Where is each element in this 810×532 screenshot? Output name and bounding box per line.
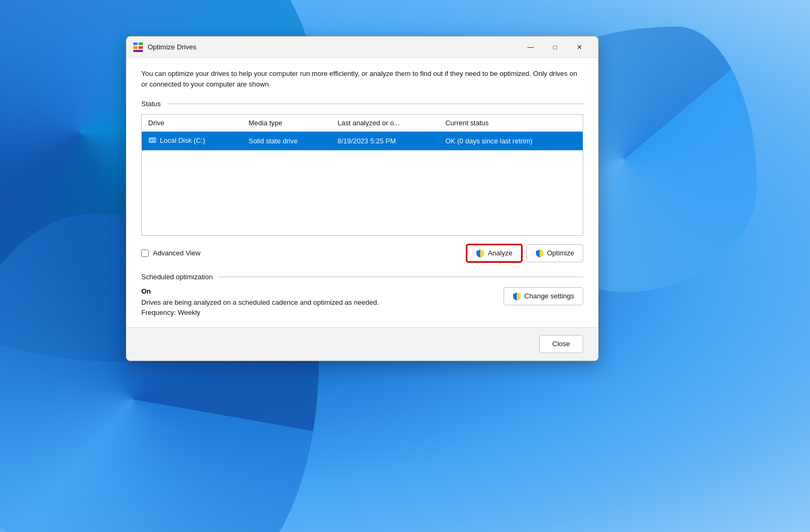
status-divider xyxy=(167,104,583,104)
drive-icon xyxy=(148,136,157,144)
minimize-button[interactable]: — xyxy=(518,39,543,56)
scheduled-section-header: Scheduled optimization xyxy=(141,273,583,281)
svg-rect-3 xyxy=(139,46,143,49)
drives-table: Drive Media type Last analyzed or o... C… xyxy=(141,114,583,236)
dialog-footer: Close xyxy=(126,327,598,361)
scheduled-on-label: On xyxy=(141,287,504,295)
advanced-view-label[interactable]: Advanced View xyxy=(141,249,200,257)
current-status-cell: OK (0 days since last retrim) xyxy=(439,132,583,151)
change-settings-shield-icon xyxy=(513,292,521,301)
window-controls: — □ ✕ xyxy=(518,39,592,56)
scheduled-section: On Drives are being analyzed on a schedu… xyxy=(141,287,583,316)
maximize-button[interactable]: □ xyxy=(543,39,567,56)
optimize-button-label: Optimize xyxy=(547,249,574,257)
svg-rect-1 xyxy=(139,42,143,45)
drive-name-cell: Local Disk (C:) xyxy=(142,132,242,151)
close-dialog-button[interactable]: Close xyxy=(539,335,583,353)
drive-name-wrapper: Local Disk (C:) xyxy=(148,136,205,144)
action-buttons: Analyze Optimize xyxy=(466,244,583,262)
scheduled-content: On Drives are being analyzed on a schedu… xyxy=(141,287,583,316)
close-button[interactable]: ✕ xyxy=(567,39,592,56)
buttons-row: Advanced View Analyze Optimize xyxy=(141,244,583,262)
dialog-content: You can optimize your drives to help you… xyxy=(126,58,598,327)
last-analyzed-cell: 8/19/2023 5:25 PM xyxy=(331,132,439,151)
optimize-drives-dialog: Optimize Drives — □ ✕ You can optimize y… xyxy=(126,36,599,361)
scheduled-section-title: Scheduled optimization xyxy=(141,273,212,281)
scheduled-frequency: Frequency: Weekly xyxy=(141,308,504,316)
dialog-app-icon xyxy=(133,42,143,53)
analyze-button-label: Analyze xyxy=(488,249,512,257)
optimize-shield-icon xyxy=(535,249,544,258)
scheduled-info: On Drives are being analyzed on a schedu… xyxy=(141,287,504,316)
svg-rect-0 xyxy=(133,42,138,45)
svg-rect-9 xyxy=(150,141,152,141)
col-current-status: Current status xyxy=(439,115,583,132)
optimize-button[interactable]: Optimize xyxy=(526,244,583,262)
svg-rect-2 xyxy=(133,46,138,49)
col-drive: Drive xyxy=(142,115,242,132)
description-text: You can optimize your drives to help you… xyxy=(141,68,583,89)
scheduled-divider xyxy=(219,277,583,277)
table-row[interactable]: Local Disk (C:) Solid state drive 8/19/2… xyxy=(142,132,583,151)
empty-table-area xyxy=(142,150,583,235)
change-settings-button[interactable]: Change settings xyxy=(504,287,583,305)
status-section-title: Status xyxy=(141,100,161,108)
media-type-cell: Solid state drive xyxy=(242,132,331,151)
col-last-analyzed: Last analyzed or o... xyxy=(331,115,439,132)
advanced-view-text: Advanced View xyxy=(153,249,200,257)
analyze-shield-icon xyxy=(476,249,484,258)
change-settings-label: Change settings xyxy=(524,292,574,300)
svg-point-7 xyxy=(154,140,155,141)
col-media-type: Media type xyxy=(242,115,331,132)
dialog-title: Optimize Drives xyxy=(148,43,518,51)
svg-rect-8 xyxy=(150,140,153,140)
advanced-view-checkbox[interactable] xyxy=(141,250,149,257)
analyze-button[interactable]: Analyze xyxy=(466,244,522,262)
svg-rect-4 xyxy=(133,50,143,52)
scheduled-description: Drives are being analyzed on a scheduled… xyxy=(141,298,504,306)
status-section-header: Status xyxy=(141,100,583,108)
title-bar: Optimize Drives — □ ✕ xyxy=(126,37,598,58)
